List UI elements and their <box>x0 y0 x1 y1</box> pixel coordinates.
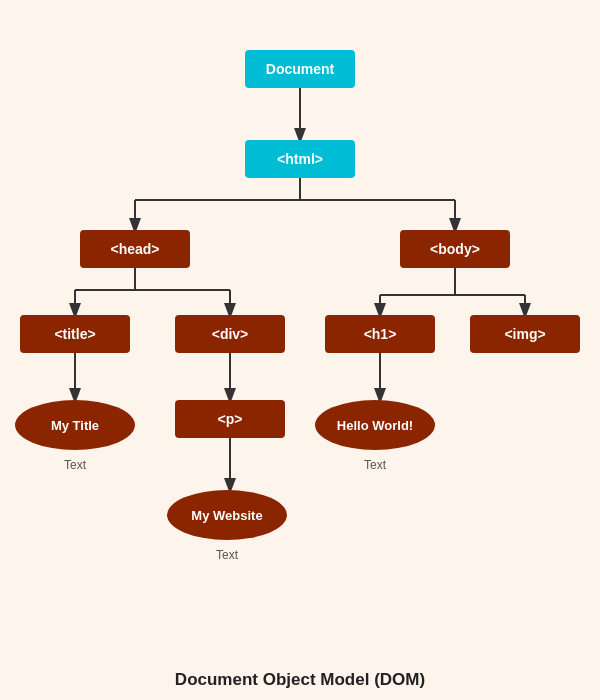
node-h1: <h1> <box>325 315 435 353</box>
node-document: Document <box>245 50 355 88</box>
my-website-label: Text <box>167 548 287 562</box>
node-p: <p> <box>175 400 285 438</box>
hello-world-label: Text <box>315 458 435 472</box>
node-title: <title> <box>20 315 130 353</box>
node-div: <div> <box>175 315 285 353</box>
node-body: <body> <box>400 230 510 268</box>
node-html: <html> <box>245 140 355 178</box>
dom-diagram: Document <html> <head> <body> <title> <d… <box>0 0 600 640</box>
node-img: <img> <box>470 315 580 353</box>
my-title-label: Text <box>15 458 135 472</box>
node-my-website: My Website <box>167 490 287 540</box>
node-my-title: My Title <box>15 400 135 450</box>
footer-title: Document Object Model (DOM) <box>0 670 600 690</box>
node-head: <head> <box>80 230 190 268</box>
node-hello-world: Hello World! <box>315 400 435 450</box>
